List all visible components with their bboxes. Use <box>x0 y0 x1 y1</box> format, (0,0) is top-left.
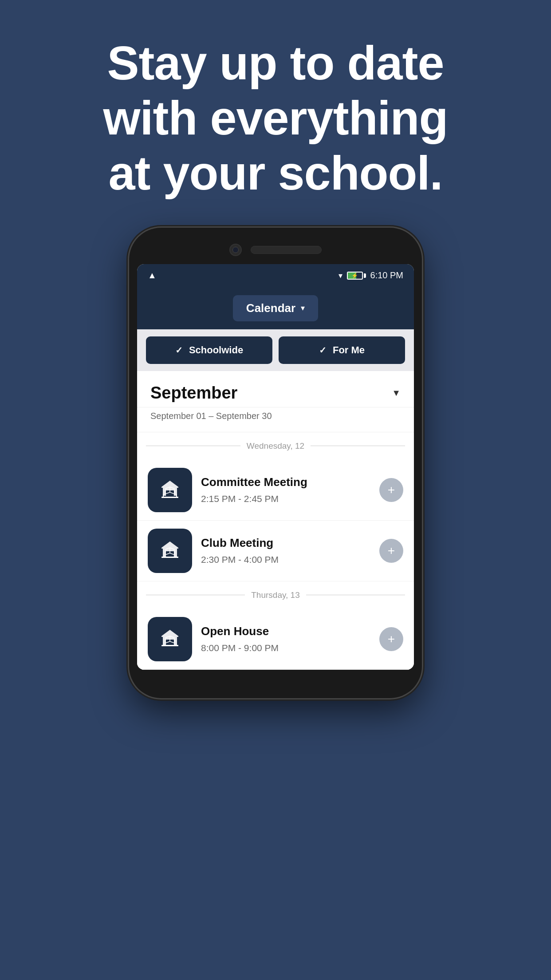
event-details-club: Club Meeting 2:30 PM - 4:00 PM <box>201 536 370 565</box>
event-time-club: 2:30 PM - 4:00 PM <box>201 554 370 565</box>
add-plus-icon-committee: + <box>388 484 395 496</box>
status-time: 6:10 PM <box>370 270 403 281</box>
add-plus-icon-open-house: + <box>388 633 395 645</box>
hero-section: Stay up to date with everything at your … <box>0 0 551 228</box>
school-icon-committee <box>157 477 183 503</box>
dropdown-arrow-icon: ▾ <box>301 303 305 313</box>
event-add-button-open-house[interactable]: + <box>379 627 403 651</box>
svg-rect-4 <box>161 557 178 558</box>
day-divider-thu13: Thursday, 13 <box>137 581 414 609</box>
hero-line1: Stay up to date <box>107 36 444 90</box>
school-icon-club <box>157 538 183 564</box>
event-committee-meeting[interactable]: Committee Meeting 2:15 PM - 2:45 PM + <box>137 460 414 521</box>
month-range: September 01 – September 30 <box>137 407 414 432</box>
school-icon-open-house <box>157 626 183 652</box>
hero-line3: at your school. <box>108 146 442 200</box>
divider-line-right-thu <box>306 595 405 595</box>
phone-top-bezel <box>137 240 414 264</box>
event-details-open-house: Open House 8:00 PM - 9:00 PM <box>201 624 370 653</box>
svg-rect-1 <box>161 497 178 498</box>
event-open-house[interactable]: Open House 8:00 PM - 9:00 PM + <box>137 609 414 670</box>
event-add-button-club[interactable]: + <box>379 539 403 563</box>
for-me-check-icon: ✓ <box>319 345 327 356</box>
event-time-open-house: 8:00 PM - 9:00 PM <box>201 643 370 653</box>
divider-line-right <box>311 446 405 446</box>
filter-schoolwide-button[interactable]: ✓ Schoolwide <box>146 336 272 364</box>
day-label-thu13: Thursday, 13 <box>251 590 299 600</box>
filter-bar: ✓ Schoolwide ✓ For Me <box>137 329 414 371</box>
calendar-title: Calendar <box>246 301 295 315</box>
phone-bottom-bezel <box>137 670 414 686</box>
day-divider-wed12: Wednesday, 12 <box>137 432 414 460</box>
event-time-committee: 2:15 PM - 2:45 PM <box>201 494 370 504</box>
event-add-button-committee[interactable]: + <box>379 478 403 502</box>
phone-camera <box>229 244 242 256</box>
divider-line-left-thu <box>146 595 245 595</box>
schoolwide-label: Schoolwide <box>189 344 243 356</box>
hero-line2: with everything <box>103 91 448 145</box>
calendar-dropdown-button[interactable]: Calendar ▾ <box>233 295 318 321</box>
month-collapse-arrow-icon[interactable]: ▼ <box>392 388 401 398</box>
phone-speaker <box>251 246 322 254</box>
status-right: ▾ ⚡ 6:10 PM <box>338 270 403 281</box>
for-me-label: For Me <box>333 344 365 356</box>
phone-screen: ▲ ▾ ⚡ 6:10 PM Calendar <box>137 264 414 670</box>
month-title: September <box>150 383 237 403</box>
status-bar: ▲ ▾ ⚡ 6:10 PM <box>137 264 414 287</box>
event-icon-box-committee <box>148 468 192 512</box>
signal-icon: ▲ <box>148 270 157 281</box>
svg-rect-7 <box>161 645 178 646</box>
calendar-content: September ▼ September 01 – September 30 … <box>137 371 414 670</box>
event-title-committee: Committee Meeting <box>201 475 370 489</box>
month-range-text: September 01 – September 30 <box>150 411 272 421</box>
event-title-club: Club Meeting <box>201 536 370 550</box>
wifi-icon: ▾ <box>338 271 342 281</box>
divider-line-left <box>146 446 240 446</box>
status-left: ▲ <box>148 270 157 281</box>
event-club-meeting[interactable]: Club Meeting 2:30 PM - 4:00 PM + <box>137 521 414 581</box>
add-plus-icon-club: + <box>388 545 395 557</box>
filter-for-me-button[interactable]: ✓ For Me <box>279 336 405 364</box>
event-icon-box-club <box>148 529 192 573</box>
event-icon-box-open-house <box>148 617 192 661</box>
app-header: Calendar ▾ <box>137 287 414 329</box>
battery-icon: ⚡ <box>347 272 366 280</box>
month-header: September ▼ <box>137 371 414 407</box>
event-title-open-house: Open House <box>201 624 370 638</box>
event-details-committee: Committee Meeting 2:15 PM - 2:45 PM <box>201 475 370 504</box>
phone-body: ▲ ▾ ⚡ 6:10 PM Calendar <box>129 228 422 698</box>
phone-mockup: ▲ ▾ ⚡ 6:10 PM Calendar <box>0 228 551 698</box>
schoolwide-check-icon: ✓ <box>175 345 183 356</box>
day-label-wed12: Wednesday, 12 <box>247 441 304 451</box>
